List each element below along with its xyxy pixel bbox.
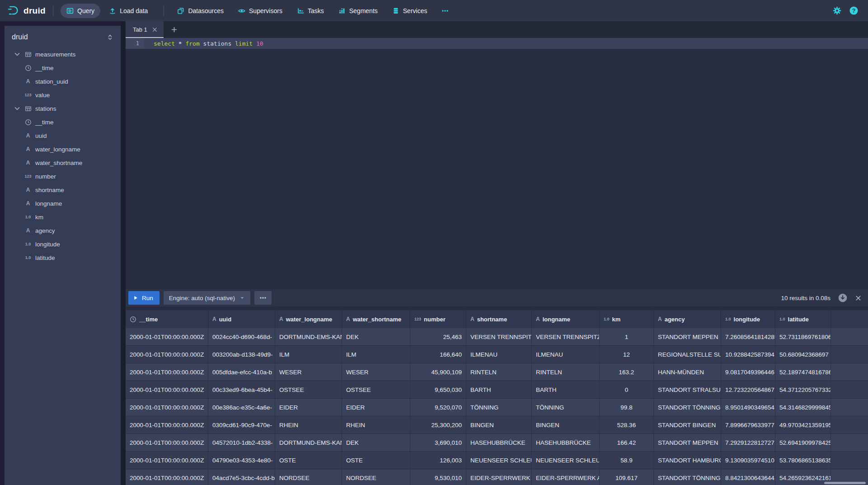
cell-number[interactable]: 9,520,070 [410,399,466,416]
cell-number[interactable]: 3,690,010 [410,434,466,452]
download-icon[interactable] [838,293,847,302]
cell-agency[interactable]: STANDORT STRALSUND [654,381,721,399]
chevron-down-icon[interactable] [14,51,21,58]
cell-water-shortname[interactable]: DEK [342,434,410,452]
cell-water-shortname[interactable]: WESER [342,363,410,381]
column-header-km[interactable]: 1.0km [600,310,654,328]
cell-agency[interactable]: STANDORT HAMBURG [654,452,721,469]
cell-water-longname[interactable]: DORTMUND-EMS-KANAL [275,328,342,346]
column-header-agency[interactable]: Aagency [654,310,721,328]
cell-uuid[interactable]: 04acd7e5-3cbc-4cdd-b [208,469,275,485]
cell-water-shortname[interactable]: DEK [342,328,410,346]
cell-number[interactable]: 25,300,200 [410,416,466,434]
cell-water-shortname[interactable]: NORDSEE [342,469,410,485]
cell-latitude[interactable]: 52.6941909978425 [775,434,831,452]
engine-select[interactable]: Engine: auto (sql-native) [164,291,250,305]
sql-editor[interactable]: 1select * from stations limit 10 [126,38,868,289]
cell-time[interactable]: 2000-01-01T00:00:00.000Z [126,399,208,416]
cell-water-shortname[interactable]: EIDER [342,399,410,416]
cell-shortname[interactable]: RINTELN [466,363,532,381]
cell-water-longname[interactable]: WESER [275,363,342,381]
nav-item-query[interactable]: Query [61,4,100,18]
cell-longname[interactable]: RINTELN [532,363,600,381]
cell-number[interactable]: 166,640 [410,346,466,363]
nav-item-datasources[interactable]: Datasources [171,4,230,18]
nav-item-tasks[interactable]: Tasks [291,4,330,18]
tree-item-measurements-station-uuid[interactable]: Astation_uuid [5,75,121,88]
cell-latitude[interactable]: 54.2659236242161 [775,469,831,485]
column-header-uuid[interactable]: Auuid [208,310,275,328]
cell-km[interactable]: 528.36 [600,416,654,434]
cell-longname[interactable]: EIDER-SPERRWERK AP [532,469,600,485]
cell-km[interactable]: 163.2 [600,363,654,381]
druid-logo[interactable]: druid [7,5,46,17]
cell-shortname[interactable]: BINGEN [466,416,532,434]
cell-time[interactable]: 2000-01-01T00:00:00.000Z [126,346,208,363]
cell-agency[interactable]: REGIONALSTELLE SUHL [654,346,721,363]
query-more-button[interactable] [254,291,272,305]
cell-time[interactable]: 2000-01-01T00:00:00.000Z [126,452,208,469]
cell-longitude[interactable]: 7.8996679633977 [721,416,775,434]
tree-item-measurements-time[interactable]: __time [5,61,121,75]
tree-item-stations-agency[interactable]: Aagency [5,224,121,237]
cell-uuid[interactable]: 005dfdae-efcc-410a-b [208,363,275,381]
nav-item-supervisors[interactable]: Supervisors [232,4,288,18]
cell-longname[interactable]: TÖNNING [532,399,600,416]
cell-water-longname[interactable]: EIDER [275,399,342,416]
column-header-longitude[interactable]: 1.0longitude [721,310,775,328]
tree-item-stations-latitude[interactable]: 1.0latitude [5,251,121,264]
tree-item-stations[interactable]: stations [5,102,121,115]
cell-latitude[interactable]: 54.3146829999845 [775,399,831,416]
cell-water-longname[interactable]: ILM [275,346,342,363]
cell-shortname[interactable]: VERSEN TRENNSPITZE [466,328,532,346]
cell-km[interactable]: 166.42 [600,434,654,452]
cell-shortname[interactable]: NEUENSEER SCHLEUSE [466,452,532,469]
column-header-water-longname[interactable]: Awater_longname [275,310,342,328]
cell-number[interactable]: 25,463 [410,328,466,346]
tree-item-stations-longitude[interactable]: 1.0longitude [5,237,121,251]
cell-longname[interactable]: HASEHUBBRÜCKE [532,434,600,452]
cell-agency[interactable]: STANDORT MEPPEN [654,434,721,452]
cell-km[interactable]: 0 [600,381,654,399]
cell-longname[interactable]: ILMENAU [532,346,600,363]
chevron-down-icon[interactable] [14,105,21,112]
column-header-latitude[interactable]: 1.0latitude [775,310,831,328]
sort-columns-icon[interactable] [107,34,113,41]
cell-latitude[interactable]: 53.7806865138635 [775,452,831,469]
cell-water-shortname[interactable]: ILM [342,346,410,363]
close-results-icon[interactable] [855,295,862,301]
column-header-time[interactable]: __time [126,310,208,328]
cell-water-shortname[interactable]: RHEIN [342,416,410,434]
cell-time[interactable]: 2000-01-01T00:00:00.000Z [126,363,208,381]
tab-tab-1[interactable]: Tab 1 [126,21,164,38]
help-icon[interactable]: ? [849,6,858,15]
cell-uuid[interactable]: 00e386ac-e35c-4a6e- [208,399,275,416]
cell-agency[interactable]: HANN-MÜNDEN [654,363,721,381]
cell-km[interactable]: 58.9 [600,452,654,469]
cell-time[interactable]: 2000-01-01T00:00:00.000Z [126,469,208,485]
cell-uuid[interactable]: 0024cc40-d690-468d- [208,328,275,346]
cell-water-longname[interactable]: RHEIN [275,416,342,434]
cell-uuid[interactable]: 04572010-1db2-4338- [208,434,275,452]
cell-water-longname[interactable]: NORDSEE [275,469,342,485]
cell-agency[interactable]: STANDORT TÖNNING [654,469,721,485]
column-header-shortname[interactable]: Ashortname [466,310,532,328]
tree-item-measurements[interactable]: measurements [5,47,121,61]
cell-shortname[interactable]: HASEHUBBRÜCKE [466,434,532,452]
cell-shortname[interactable]: ILMENAU [466,346,532,363]
cell-longitude[interactable]: 9.0817049396446 [721,363,775,381]
nav-more-button[interactable] [436,4,455,18]
cell-agency[interactable]: STANDORT BINGEN [654,416,721,434]
cell-km[interactable]: 1 [600,328,654,346]
cell-km[interactable]: 99.8 [600,399,654,416]
cell-water-longname[interactable]: OSTE [275,452,342,469]
nav-item-services[interactable]: Services [386,4,433,18]
cell-longitude[interactable]: 9.1309035974510 [721,452,775,469]
cell-longname[interactable]: VERSEN TRENNSPITZE [532,328,600,346]
cell-longitude[interactable]: 7.26085641814285 [721,328,775,346]
cell-agency[interactable]: STANDORT TÖNNING [654,399,721,416]
nav-item-load-data[interactable]: Load data [103,4,154,18]
horizontal-scrollbar[interactable] [824,482,866,484]
settings-gear-icon[interactable] [833,6,841,15]
tree-item-stations-km[interactable]: 1.0km [5,210,121,224]
